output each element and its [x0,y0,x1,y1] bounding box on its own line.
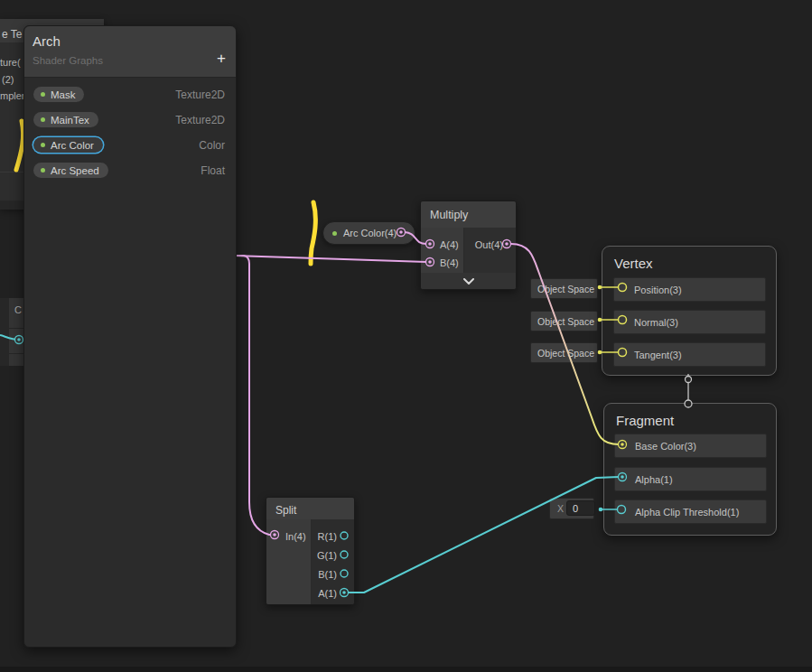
window-bottom-edge [0,667,812,672]
property-row-mask: Mask Texture2D [24,87,236,103]
partial-node-title: e Te [2,29,22,40]
property-pill-mask[interactable]: Mask [33,87,84,102]
property-dot-icon [41,117,45,122]
port-label: Normal(3) [634,318,678,328]
port-label-g: G(1) [317,551,337,561]
node-title: Multiply [421,201,516,229]
port-label-in: In(4) [285,532,306,542]
space-dropdown-label: Object Space [537,285,594,294]
property-name: Arc Color [51,140,94,151]
property-type: Color [199,139,225,152]
preview-collapse-bar[interactable] [421,273,516,289]
space-dropdown-label: Object Space [537,317,594,327]
space-dropdown-position[interactable]: Object Space [530,278,598,299]
edge-texture-to-split-in[interactable] [237,256,273,535]
partial-node-divider [9,353,23,354]
port-row-normal[interactable]: Normal(3) [613,310,766,334]
property-type: Float [201,164,225,177]
property-pill-arc-color[interactable]: Arc Color [33,137,103,153]
property-name: Mask [51,89,75,100]
blackboard-subtitle: Shader Graphs [33,55,103,66]
property-node-label: Arc Color(4) [343,228,397,238]
port-row-base-color[interactable]: Base Color(3) [614,434,767,458]
property-name: Arc Speed [51,165,99,176]
port-label: Alpha(1) [635,475,673,485]
space-dropdown-normal[interactable]: Object Space [530,311,598,331]
space-dropdown-label: Object Space [537,349,594,359]
partial-node-left[interactable]: C [0,298,23,366]
node-fragment[interactable]: Fragment Base Color(3) Alpha(1) Alpha Cl… [603,403,777,536]
port-label-a: A(1) [318,589,337,599]
blackboard-panel[interactable]: Arch Shader Graphs + Mask Texture2D Main… [23,25,237,648]
add-property-button[interactable]: + [217,51,226,66]
partial-node-label: C [14,305,22,315]
edge-texture-to-multiply-b[interactable] [234,256,426,262]
property-row-arc-speed: Arc Speed Float [24,163,236,179]
x-component-label: X [557,504,564,514]
property-name: MainTex [51,115,89,126]
property-type: Texture2D [175,114,225,126]
port-row-alpha-clip[interactable]: Alpha Clip Threshold(1) [614,499,767,524]
port-label: Alpha Clip Threshold(1) [635,508,739,518]
port-label-b: B(4) [440,258,459,268]
space-dropdown-tangent[interactable]: Object Space [530,342,598,363]
partial-port-label: ture( [0,58,21,68]
node-title: Vertex [614,256,653,271]
property-dot-icon [332,231,337,236]
partial-port-label: (2) [2,75,14,85]
property-type: Texture2D [175,89,225,101]
shader-graph-canvas[interactable]: e Te ture( (2) mpler( C Arc Color(4) Mul… [0,0,812,672]
property-dot-icon [41,143,45,147]
port-label: Base Color(3) [635,442,696,452]
x-value-input[interactable] [566,500,595,516]
port-label: Position(3) [634,285,682,295]
property-pill-arc-speed[interactable]: Arc Speed [33,163,108,178]
node-vertex[interactable]: Vertex Position(3) Normal(3) Tangent(3) [602,246,777,376]
property-pill-maintex[interactable]: MainTex [33,112,98,127]
port-row-tangent[interactable]: Tangent(3) [613,342,766,367]
property-row-arc-color: Arc Color Color [24,137,236,154]
blackboard-title: Arch [33,33,61,49]
property-node-arc-color[interactable]: Arc Color(4) [322,221,415,245]
port-label-b: B(1) [318,570,337,580]
property-dot-icon [41,168,45,173]
partial-node-divider [9,328,23,329]
port-label: Tangent(3) [634,350,682,360]
port-row-position[interactable]: Position(3) [613,277,766,302]
port-label-out: Out(4) [475,240,503,250]
port-label-a: A(4) [440,240,459,250]
chevron-down-icon [462,278,475,285]
multiply-output-section [464,228,516,273]
blackboard-header[interactable]: Arch Shader Graphs + [24,26,236,78]
field-connector-dot [599,508,603,512]
property-row-maintex: MainTex Texture2D [24,112,236,128]
alpha-clip-threshold-field: X [549,498,594,519]
port-row-alpha[interactable]: Alpha(1) [614,467,767,491]
highlighted-wire-segment[interactable] [311,202,315,264]
edge-split-a-to-fragment-alpha[interactable] [349,477,619,593]
node-multiply[interactable]: Multiply A(4) B(4) Out(4) [420,201,517,290]
port-label-r: R(1) [318,532,337,542]
node-title: Fragment [616,413,674,428]
stack-connector-top[interactable] [686,377,692,383]
property-dot-icon [41,92,45,97]
node-split[interactable]: Split In(4) R(1) G(1) B(1) A(1) [266,497,355,605]
